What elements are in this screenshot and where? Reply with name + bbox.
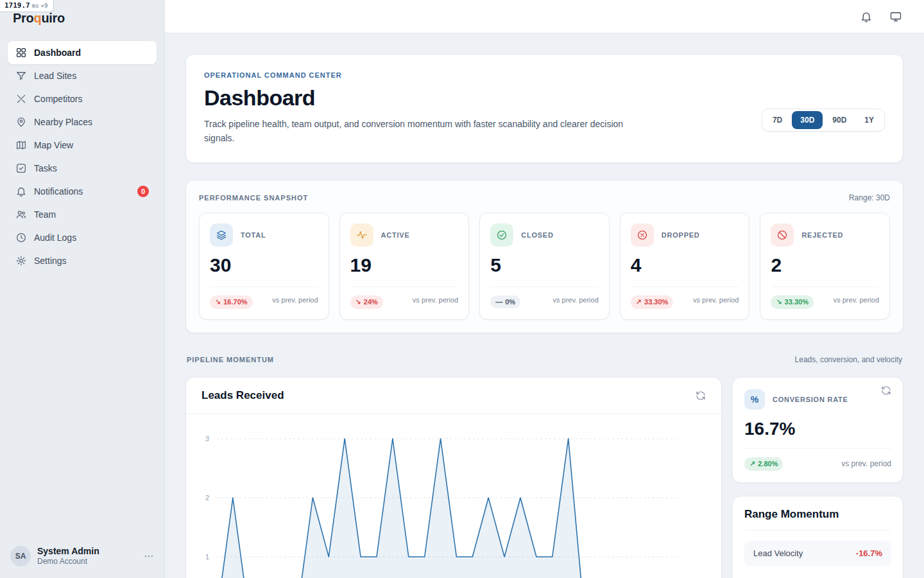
trend-down-icon: ↘ — [215, 298, 221, 306]
stat-footer: ↗33.30% vs prev. period — [631, 286, 739, 309]
stat-footer: ↘24% vs prev. period — [350, 286, 459, 309]
momentum-side-column: % CONVERSION RATE 16.7% ↗2.80% vs prev. … — [732, 377, 903, 578]
metric-row-lead-velocity: Lead Velocity -16.7% — [744, 541, 891, 566]
sidebar-item-team[interactable]: Team — [8, 203, 157, 226]
sidebar-item-label: Audit Logs — [34, 232, 76, 243]
conversion-footer: ↗2.80% vs prev. period — [744, 448, 891, 471]
notifications-count-badge: 0 — [137, 186, 149, 197]
compare-label: vs prev. period — [834, 295, 879, 305]
performance-snapshot-card: PERFORMANCE SNAPSHOT Range: 30D TOTAL 30… — [185, 180, 903, 333]
stat-footer: ↘33.30% vs prev. period — [771, 286, 879, 309]
snapshot-header: PERFORMANCE SNAPSHOT Range: 30D — [199, 193, 890, 202]
chart-header: Leads Received — [186, 378, 721, 414]
funnel-icon — [15, 70, 27, 82]
user-name: System Admin — [37, 546, 99, 557]
snapshot-title: PERFORMANCE SNAPSHOT — [199, 194, 308, 202]
stat-footer: —0% vs prev. period — [490, 286, 599, 308]
stat-footer: ↘16.70% vs prev. period — [210, 286, 318, 309]
map-icon — [15, 139, 27, 151]
leads-chart: 321 — [186, 414, 721, 578]
sidebar-nav: Dashboard Lead Sites Competitors Nearby … — [0, 32, 164, 272]
percent-icon: % — [744, 389, 765, 410]
conversion-header: % CONVERSION RATE — [744, 389, 891, 410]
date-range-switch: 7D 30D 90D 1Y — [762, 109, 885, 132]
trend-up-icon: ↗ — [749, 460, 755, 468]
sidebar-item-dashboard[interactable]: Dashboard — [8, 41, 157, 64]
stat-card-dropped: DROPPED 4 ↗33.30% vs prev. period — [620, 213, 750, 320]
refresh-icon[interactable] — [696, 390, 706, 401]
stat-card-total: TOTAL 30 ↘16.70% vs prev. period — [199, 213, 329, 320]
stat-label: REJECTED — [801, 231, 843, 239]
dashboard-grid-icon — [15, 47, 27, 58]
stat-label: TOTAL — [241, 231, 266, 239]
sidebar-item-competitors[interactable]: Competitors — [8, 87, 157, 110]
user-subtitle: Demo Account — [37, 557, 99, 566]
delta-value: 0% — [505, 298, 515, 306]
metric-label: Lead Velocity — [753, 548, 803, 558]
display-icon[interactable] — [889, 10, 902, 23]
compare-label: vs prev. period — [552, 295, 598, 305]
sidebar-item-tasks[interactable]: Tasks — [8, 157, 157, 180]
stat-top: DROPPED — [631, 223, 739, 247]
stat-label: DROPPED — [662, 231, 700, 239]
checkbox-icon — [15, 162, 27, 174]
conversion-label: CONVERSION RATE — [773, 396, 848, 403]
stat-label: ACTIVE — [381, 231, 410, 239]
sidebar-item-label: Competitors — [34, 94, 82, 104]
compare-label: vs prev. period — [841, 459, 891, 469]
stat-card-rejected: REJECTED 2 ↘33.30% vs prev. period — [760, 213, 890, 320]
sidebar-item-label: Map View — [34, 140, 73, 150]
trend-down-icon: ↘ — [776, 298, 782, 306]
stat-top: REJECTED — [771, 223, 879, 247]
stat-card-closed: CLOSED 5 —0% vs prev. period — [479, 213, 610, 320]
page-header-card: OPERATIONAL COMMAND CENTER Dashboard Tra… — [185, 54, 903, 163]
compare-label: vs prev. period — [413, 295, 458, 305]
trend-up-icon: ↗ — [636, 298, 642, 306]
perf-time: 1719.7 — [4, 1, 30, 10]
page-title: Dashboard — [204, 85, 628, 110]
range-button-7d[interactable]: 7D — [764, 111, 791, 129]
sidebar-spacer — [0, 272, 164, 537]
page-header-text: OPERATIONAL COMMAND CENTER Dashboard Tra… — [204, 71, 628, 146]
user-menu-button[interactable]: ⋯ — [144, 550, 154, 562]
sidebar-item-nearby-places[interactable]: Nearby Places — [8, 110, 157, 134]
x-circle-icon — [631, 223, 654, 247]
range-button-30d[interactable]: 30D — [792, 111, 823, 129]
sidebar-item-map-view[interactable]: Map View — [8, 134, 157, 157]
stat-top: ACTIVE — [350, 223, 459, 247]
stat-top: TOTAL — [210, 223, 318, 247]
sidebar-item-settings[interactable]: Settings — [8, 249, 157, 272]
users-icon — [15, 209, 27, 220]
brand-post: uiro — [41, 11, 65, 25]
trend-flat-icon: — — [495, 298, 502, 306]
stat-value: 30 — [210, 254, 318, 276]
content-column: OPERATIONAL COMMAND CENTER Dashboard Tra… — [165, 0, 924, 578]
sidebar-item-lead-sites[interactable]: Lead Sites — [8, 64, 157, 87]
momentum-grid: Leads Received 321 % CONVERSION RATE — [185, 377, 903, 578]
range-button-1y[interactable]: 1Y — [856, 111, 882, 129]
refresh-icon[interactable] — [881, 385, 891, 396]
svg-text:3: 3 — [205, 435, 209, 442]
layers-icon — [210, 223, 233, 247]
compare-label: vs prev. period — [693, 295, 739, 305]
bell-icon[interactable] — [860, 10, 873, 23]
sidebar-item-label: Dashboard — [34, 48, 81, 58]
map-pin-icon — [15, 116, 27, 128]
user-profile[interactable]: SA System Admin Demo Account ⋯ — [0, 537, 164, 578]
conversion-rate-card: % CONVERSION RATE 16.7% ↗2.80% vs prev. … — [732, 377, 903, 483]
ban-icon — [771, 223, 794, 247]
sidebar-item-label: Nearby Places — [34, 117, 92, 127]
activity-icon — [350, 223, 373, 247]
sidebar-item-notifications[interactable]: Notifications 0 — [8, 180, 157, 203]
sidebar-item-label: Lead Sites — [34, 71, 76, 81]
delta-badge: ↗33.30% — [631, 295, 674, 309]
crossed-swords-icon — [15, 93, 27, 105]
sidebar-item-audit-logs[interactable]: Audit Logs — [8, 226, 157, 249]
metric-value: -16.7% — [856, 548, 882, 558]
app-root: Proquiro Dashboard Lead Sites Competitor… — [0, 0, 924, 578]
range-button-90d[interactable]: 90D — [824, 111, 855, 129]
delta-value: 2.80% — [758, 460, 778, 468]
pipeline-momentum-title: PIPELINE MOMENTUM — [187, 356, 274, 363]
compare-label: vs prev. period — [272, 295, 318, 305]
stat-value: 19 — [350, 254, 459, 276]
